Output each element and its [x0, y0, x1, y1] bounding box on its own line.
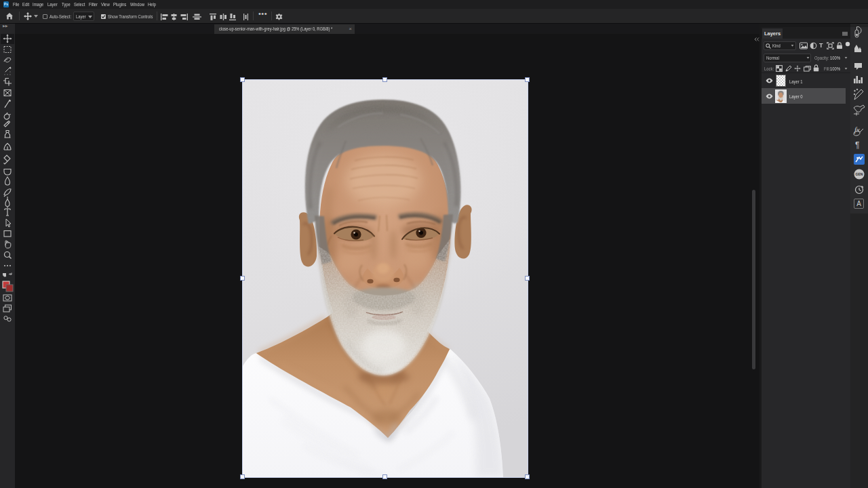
svg-text:fx: fx: [854, 125, 860, 134]
svg-text:GEN: GEN: [856, 172, 863, 176]
svg-text:¶: ¶: [855, 140, 859, 150]
